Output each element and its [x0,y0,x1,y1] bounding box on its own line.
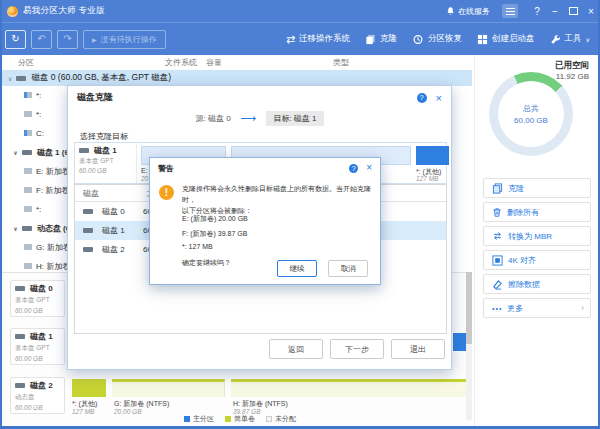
exit-button[interactable]: 退出 [391,339,445,359]
more-dots-icon: ••• [492,305,502,312]
target-partition-other[interactable] [416,146,449,165]
partition-size: 127 MB [72,408,94,415]
migrate-icon: ⇄ [286,33,295,46]
chevron-down-icon: ∨ [586,36,590,43]
close-icon: × [366,162,372,173]
warning-partition-list: E: (新加卷) 20.00 GB F: (新加卷) 39.87 GB *: 1… [182,214,248,255]
list-item: E: (新加卷) 20.00 GB [182,214,248,224]
panel-clone-button[interactable]: 克隆 [483,178,591,198]
arrow-right-icon: ⟶ [241,112,257,125]
help-icon: ? [534,6,540,17]
table-row-disk0[interactable]: ∨ 磁盘 0 (60.00 GB, 基本盘, GPT 磁盘) [2,70,472,86]
panel-4k-align-button[interactable]: 4K 对齐 [483,250,591,270]
clone-icon [492,183,503,194]
legend-primary: 主分区 [184,414,214,424]
warning-message: 克隆操作将会永久性删除目标磁盘上的所有数据。当开始克隆时， 以下分区将会被删除： [182,184,372,217]
right-action-panel: 已用空间 11.92 GB 总共 60.00 GB 克隆 删除所有 转换为 MB… [474,55,599,426]
titlebar: 易我分区大师 专业版 在线服务 ? − × [0,0,600,22]
app-window: 易我分区大师 专业版 在线服务 ? − × ↻ ↶ ↷ ▶ 没有待执行操作 ⇄ … [0,0,600,429]
minimize-icon: − [552,6,558,17]
clone-button[interactable]: 克隆 [365,33,397,45]
continue-button[interactable]: 继续 [277,260,317,277]
disk0-card[interactable]: 磁盘 0 基本盘 GPT 60.00 GB [10,280,65,317]
help-button[interactable]: ? [528,0,546,22]
maximize-button[interactable] [564,0,582,22]
online-service-button[interactable]: 在线服务 [446,6,490,17]
source-label: 源: 磁盘 0 [195,113,230,124]
back-button[interactable]: 返回 [269,339,323,359]
warning-help-button[interactable]: ? [349,164,358,173]
tools-button[interactable]: 工具 ∨ [550,33,590,45]
maximize-icon [569,7,578,15]
col-partition: 分区 [18,57,34,68]
partition-icon [24,244,32,250]
used-space-label: 已用空间 [555,60,589,72]
disk2-card[interactable]: 磁盘 2 动态盘 60.00 GB [10,377,65,414]
tree-item-disk1[interactable]: ∨磁盘 1 (60.00 [2,145,70,159]
refresh-button[interactable]: ↻ [5,30,26,49]
disk-icon [15,286,25,291]
warning-close-button[interactable]: × [366,163,372,173]
disk2-partition-other[interactable] [72,379,106,397]
col-type: 类型 [333,57,349,68]
cancel-button[interactable]: 取消 [328,260,368,277]
bootable-media-button[interactable]: 创建启动盘 [477,33,535,45]
scrollbar-thumb[interactable] [466,272,472,344]
tree-chevron-icon: ∨ [13,225,18,232]
source-target-row: 源: 磁盘 0 ⟶ 目标: 磁盘 1 [68,111,451,126]
capacity-donut-chart: 总共 60.00 GB [489,72,573,156]
convert-icon [492,231,503,241]
undo-button[interactable]: ↶ [31,30,52,49]
refresh-icon: ↻ [11,33,19,44]
migrate-os-button[interactable]: ⇄ 迁移操作系统 [286,33,350,46]
select-target-label: 选择克隆目标 [80,131,128,142]
partition-label: E: [141,167,148,174]
dialog-close-button[interactable]: × [436,93,442,103]
legend: 主分区 简单卷 未分配 [184,414,296,424]
trash-icon [492,207,502,218]
partition-recovery-button[interactable]: 分区恢复 [412,33,462,45]
tree-chevron-icon: ∨ [13,149,18,156]
bell-icon [446,6,455,16]
menu-button[interactable] [502,4,518,18]
tree-item-dynamic-disk[interactable]: ∨动态盘 (60.00 [2,221,70,235]
used-space-value: 11.92 GB [556,72,589,81]
disk-icon [15,383,25,388]
dialog-header: 磁盘克隆 ? × [68,86,451,109]
col-filesystem: 文件系统 [165,57,197,68]
close-button[interactable]: × [582,0,600,22]
clone-icon [365,34,376,45]
panel-more-button[interactable]: ••• 更多 › [483,298,591,318]
legend-simple: 简单卷 [225,414,255,424]
panel-wipe-data-button[interactable]: 擦除数据 [483,274,591,294]
legend-simple-swatch [225,416,231,422]
table-header: 分区 文件系统 容量 类型 [2,55,472,71]
legend-unallocated: 未分配 [266,414,296,424]
partition-icon [24,206,32,212]
dialog-help-button[interactable]: ? [417,93,427,103]
close-icon: × [436,92,442,104]
play-icon: ▶ [92,36,97,43]
redo-button[interactable]: ↷ [57,30,78,49]
legend-primary-swatch [184,416,190,422]
window-title: 易我分区大师 专业版 [23,5,105,17]
dialog-footer: 返回 下一步 退出 [269,339,445,359]
vertical-scrollbar[interactable] [466,272,472,420]
panel-convert-mbr-button[interactable]: 转换为 MBR [483,226,591,246]
disk-icon [22,150,32,155]
disk2-partition-h[interactable] [231,379,471,397]
disk-icon [16,76,26,81]
next-button[interactable]: 下一步 [330,339,384,359]
undo-icon: ↶ [37,33,45,44]
disk1-card[interactable]: 磁盘 1 基本盘 GPT 60.00 GB [10,328,65,365]
grid-icon [477,34,488,45]
minimize-button[interactable]: − [546,0,564,22]
disk-icon [83,247,93,252]
partition-size: 20.00 GB [114,408,141,415]
warning-footer: 继续 取消 [277,260,368,277]
panel-delete-all-button[interactable]: 删除所有 [483,202,591,222]
disk2-partition-g[interactable] [112,379,225,397]
col-capacity: 容量 [206,57,222,68]
partition-size: 20 [141,175,148,182]
pending-operations-button[interactable]: ▶ 没有待执行操作 [83,30,166,49]
